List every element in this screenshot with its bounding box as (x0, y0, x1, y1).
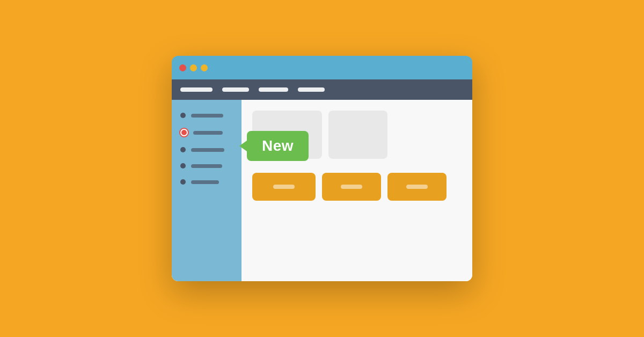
sidebar-dot-5 (180, 179, 186, 185)
minimize-button[interactable] (190, 64, 197, 71)
btn-icon-1 (273, 185, 295, 189)
sidebar-line-5 (191, 180, 219, 184)
sidebar-item-1[interactable] (180, 113, 233, 118)
menu-item-4[interactable] (298, 87, 325, 92)
tooltip-new: New (247, 131, 309, 161)
cards-wrapper: New (252, 111, 462, 159)
buttons-row (252, 173, 462, 201)
sidebar-line-4 (191, 164, 222, 168)
sidebar-item-3[interactable] (180, 147, 233, 152)
browser-body: New (172, 100, 472, 281)
sidebar-dot-4 (180, 163, 186, 169)
menu-item-2[interactable] (222, 87, 249, 92)
sidebar-item-2[interactable] (180, 129, 233, 136)
action-button-2[interactable] (322, 173, 381, 201)
title-bar (172, 56, 472, 79)
sidebar-line-1 (191, 114, 223, 118)
maximize-button[interactable] (201, 64, 208, 71)
sidebar-dot-3 (180, 147, 186, 152)
menu-bar (172, 79, 472, 100)
menu-item-1[interactable] (180, 87, 213, 92)
sidebar-dot-2-active (180, 129, 188, 136)
action-button-3[interactable] (387, 173, 447, 201)
sidebar-item-5[interactable] (180, 179, 233, 185)
sidebar-line-2 (193, 131, 223, 135)
sidebar-item-4[interactable] (180, 163, 233, 169)
sidebar-dot-1 (180, 113, 186, 118)
browser-window: New (172, 56, 472, 281)
btn-icon-2 (341, 185, 362, 189)
sidebar-line-3 (191, 148, 224, 152)
main-content: New (241, 100, 472, 281)
close-button[interactable] (179, 64, 186, 71)
card-2 (328, 111, 387, 159)
sidebar (172, 100, 241, 281)
menu-item-3[interactable] (259, 87, 288, 92)
btn-icon-3 (406, 185, 428, 189)
tooltip-label: New (262, 137, 294, 154)
action-button-1[interactable] (252, 173, 316, 201)
